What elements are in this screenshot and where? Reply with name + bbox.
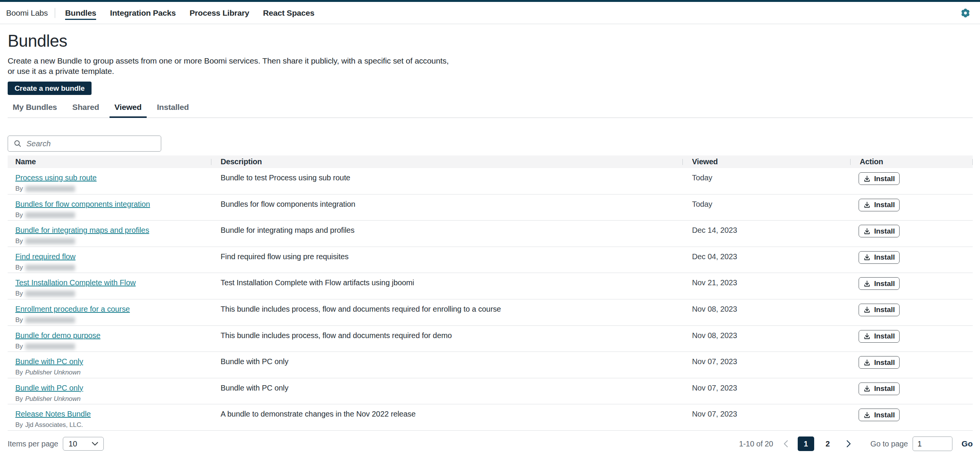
by-prefix: By [15,237,23,245]
install-label: Install [874,332,895,340]
bundle-name-link[interactable]: Bundle for demo purpose [15,331,100,340]
next-page-button[interactable] [842,437,855,450]
install-button[interactable]: Install [859,251,900,264]
publisher-redacted-blur [25,265,75,271]
install-button[interactable]: Install [859,356,900,369]
bundle-viewed-cell: Nov 08, 2023 [682,299,850,325]
install-button[interactable]: Install [859,409,900,421]
bundle-description-cell: Bundle with PC only [211,378,682,404]
bundle-name-cell: Test Installation Complete with FlowBy [8,273,211,299]
bundle-description-cell: Bundles for flow components integration [211,195,682,221]
bundle-name-link[interactable]: Find required flow [15,252,75,261]
column-header-description: Description [211,157,682,166]
table-header-row: Name Description Viewed Action [8,155,973,168]
install-button[interactable]: Install [859,304,900,316]
install-label: Install [874,201,895,209]
install-label: Install [874,384,895,393]
bundle-action-cell: Install [850,404,973,430]
tab-installed[interactable]: Installed [152,102,194,118]
column-header-action: Action [850,157,973,166]
bundle-publisher-line: By [15,211,211,219]
publisher-redacted-blur [25,212,75,218]
install-button[interactable]: Install [859,330,900,343]
tab-viewed[interactable]: Viewed [110,102,147,118]
bundle-name-link[interactable]: Test Installation Complete with Flow [15,278,136,287]
by-prefix: By [15,211,23,219]
install-label: Install [874,175,895,183]
bundle-publisher-line: ByJjd Associates, LLC. [15,421,211,429]
bundle-name-link[interactable]: Bundle with PC only [15,384,83,392]
bundle-viewed-cell: Today [682,168,850,194]
page-button-1[interactable]: 1 [798,436,814,451]
bundle-publisher-line: By [15,264,211,271]
bundle-name-link[interactable]: Release Notes Bundle [15,410,91,418]
previous-page-button[interactable] [779,437,792,450]
search-icon [13,139,22,148]
go-button[interactable]: Go [962,439,973,448]
by-prefix: By [15,264,23,271]
publisher-redacted-blur [25,291,75,297]
nav-item-integration-packs[interactable]: Integration Packs [110,6,176,20]
by-prefix: By [15,185,23,193]
publisher-name: Publisher Unknown [25,369,81,376]
items-per-page-value: 10 [69,440,77,448]
chevron-right-icon [846,440,851,448]
bundles-table: Name Description Viewed Action Process u… [8,155,973,431]
by-prefix: By [15,369,23,376]
pagination-range: 1-10 of 20 [739,440,773,448]
bundle-action-cell: Install [850,168,973,194]
install-button[interactable]: Install [859,225,900,237]
table-row: Enrollment procedure for a courseByThis … [8,299,973,326]
bundle-name-link[interactable]: Process using sub route [15,173,97,182]
bundle-tabs: My BundlesSharedViewedInstalled [8,102,973,118]
bundle-description-cell: Test Installation Complete with Flow art… [211,273,682,299]
bundle-name-cell: Find required flowBy [8,247,211,273]
nav-item-process-library[interactable]: Process Library [190,6,249,20]
search-input[interactable] [26,139,155,148]
download-icon [863,306,871,314]
by-prefix: By [15,343,23,350]
bundle-name-link[interactable]: Enrollment procedure for a course [15,305,130,314]
download-icon [863,359,871,366]
bundle-viewed-cell: Nov 21, 2023 [682,273,850,299]
page-title: Bundles [8,33,973,49]
bundle-name-cell: Enrollment procedure for a courseBy [8,299,211,325]
bundle-description-cell: A bundle to demonstrate changes in the N… [211,404,682,430]
bundle-description-cell: Find required flow using pre requisites [211,247,682,273]
by-prefix: By [15,290,23,298]
page-button-2[interactable]: 2 [820,436,836,451]
install-button[interactable]: Install [859,199,900,211]
create-new-bundle-button[interactable]: Create a new bundle [8,82,92,95]
publisher-redacted-blur [25,186,75,192]
search-box[interactable] [8,136,161,152]
table-row: Bundle with PC onlyByPublisher UnknownBu… [8,352,973,378]
nav-divider [55,8,55,18]
install-label: Install [874,358,895,367]
bundle-publisher-line: ByPublisher Unknown [15,395,211,403]
install-button[interactable]: Install [859,383,900,395]
bundle-name-cell: Release Notes BundleByJjd Associates, LL… [8,404,211,430]
bundle-name-cell: Bundle with PC onlyByPublisher Unknown [8,352,211,378]
download-icon [863,201,871,209]
bundle-name-link[interactable]: Bundles for flow components integration [15,200,150,209]
publisher-name: Jjd Associates, LLC. [25,421,83,429]
publisher-name: Publisher Unknown [25,395,81,403]
nav-item-react-spaces[interactable]: React Spaces [263,6,314,20]
bundle-name-link[interactable]: Bundle for integrating maps and profiles [15,226,149,235]
page-number-buttons: 12 [792,436,836,451]
table-footer: Items per page 10 1-10 of 20 12 Go to pa… [0,431,980,460]
top-navigation: Boomi Labs BundlesIntegration PacksProce… [0,2,980,24]
install-button[interactable]: Install [859,277,900,290]
table-row: Bundle for demo purposeByThis bundle inc… [8,326,973,352]
install-button[interactable]: Install [859,172,900,185]
download-icon [863,253,871,261]
items-per-page-select[interactable]: 10 [63,437,104,451]
bundle-name-link[interactable]: Bundle with PC only [15,357,83,366]
settings-gear-icon[interactable] [960,8,970,18]
bundle-name-cell: Bundle with PC onlyByPublisher Unknown [8,378,211,404]
tab-my-bundles[interactable]: My Bundles [8,102,62,118]
nav-item-bundles[interactable]: Bundles [65,6,96,20]
bundle-publisher-line: ByPublisher Unknown [15,369,211,376]
tab-shared[interactable]: Shared [67,102,104,118]
go-to-page-input[interactable] [913,436,952,451]
